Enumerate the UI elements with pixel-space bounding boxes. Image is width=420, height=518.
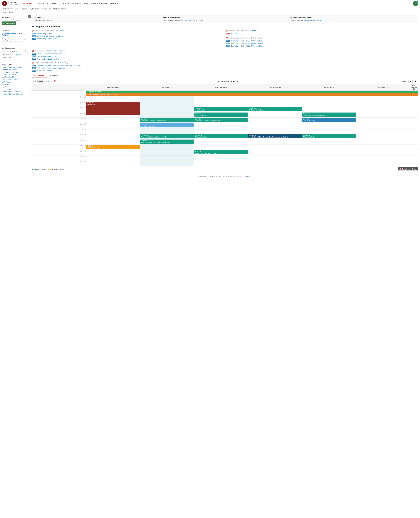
link-eflo-help[interactable]: E.Flo Help [2,83,28,85]
student-affairs-cal-link-0[interactable]: Board Game Club of WSU SPK Game Night [231,40,263,42]
today-button[interactable]: Today [400,80,407,83]
short-web-page-link[interactable]: short web page [181,20,192,22]
assessment-link-2[interactable]: 511 Mastery Exam 3 Review [37,38,58,40]
assessment-link-1[interactable]: Week 56 Weekly Knowledge Check [37,35,63,37]
nav-logbook[interactable]: LOGBOOK [36,2,44,5]
cal-next-button[interactable]: ► [414,80,418,83]
link-check-email[interactable]: Check Email [2,88,28,90]
link-eflo-apps[interactable]: E.Flo Apps [2,81,28,83]
event-face-parotid-lab[interactable]: 02:10 PMFace, Parotid Gland, and Superfi… [140,140,194,143]
view-week-button[interactable]: Week [38,80,45,83]
assessment-link-0[interactable]: 512 Mastery Exam 1 [37,33,52,35]
nav-my-cohort[interactable]: MY COHORT [47,2,57,5]
sidebar-toggle[interactable]: « [28,15,31,18]
event-nutrition-assessment[interactable]: 04:10 PMNutrition Assessment and Evaluat… [194,150,248,154]
welcome-title: Hi there. [35,17,160,19]
event-difficulty-swallowing-1[interactable]: 01:10 PMDifficulty Swallowing [194,134,248,138]
event-scholarly-project[interactable]: Scholarly Project Worktime - Fall Term (… [86,93,418,96]
medtech-more-link[interactable]: [more...] [252,30,258,32]
curriculum-link-2[interactable]: Neuroanatomy Lab Recording [37,58,59,60]
student-affairs-more-link[interactable]: [more...] [62,62,68,64]
subnav-start-assessment[interactable]: Start Assessment [15,8,27,10]
tab-my-agenda[interactable]: My Agenda [47,73,60,78]
cell-fri-1400 [302,139,356,145]
subnav-my-messages[interactable]: My Messages [41,8,51,10]
event-stroke[interactable]: 08:10 AMStroke and Stroke Outcomes [248,107,302,111]
link-library-resources[interactable]: Library Resources Guide [2,71,28,73]
search-communities-input[interactable] [3,51,25,52]
link-health-wellness[interactable]: Health and Wellness Services [2,93,28,95]
student-affairs-link-1[interactable]: N95 masks in the Student Affairs Office [37,67,65,69]
nav-courses[interactable]: COURSES & COMPONENTS [60,2,81,5]
event-mastery-exam[interactable]: 07:45 AMMastery Exam [86,102,140,115]
help-link[interactable]: E.Flo MD (Staging) Help & Feedback [2,32,28,36]
cell-mon-1600 [86,150,140,156]
cell-tue-0600 [140,96,194,101]
add-bookmark-button[interactable]: ⊞ Add Bookmark [2,22,16,25]
event-func-neuro-1[interactable]: 10:10 AMFunctional Neuroanatomy and Circ… [140,118,194,122]
cell-sun-1800 [410,161,418,166]
link-student-affairs-handbook[interactable]: Student Affairs Handbook [2,91,28,93]
welcome-banner: Hi there. E.Flo has been updated! Want t… [32,15,418,23]
subnav-cbme-dashboard[interactable]: CBME Dashboard [53,8,66,10]
event-face-parotid-1[interactable]: 01:10 PMFace, Parotid Gland, and Superfi… [140,134,194,138]
cell-thu-0800: 08:10 AMStroke and Stroke Outcomes [248,107,302,112]
date-badge-red: 08/16 [226,33,230,34]
event-interviewing-adolescent[interactable]: 01:10 PMInterviewing and Other Considera… [248,134,302,138]
tab-my-calendar[interactable]: My Calendar [32,73,47,78]
link-report-mistreatment[interactable]: Report Mistreatment [2,69,28,71]
event-difficulty-swallowing-3[interactable]: 03:10 PMDifficulty Swallowing [86,145,140,149]
cal-prev-button[interactable]: ◄ [408,80,412,83]
subnav-my-meetings[interactable]: My Meetings [30,8,39,10]
event-chronic-headache[interactable]: 09:10 AMChronic Headache [194,113,248,117]
sidebar-bookmarks: My Bookmarks You can bookmark this page … [0,15,30,26]
event-weekly-knowledge-check[interactable]: Weekly Knowledge Check [86,91,418,93]
cell-fri-1600 [302,150,356,156]
event-difficulty-swallowing-2[interactable]: 01:10 PMDifficulty Swallowing [302,134,356,138]
time-label-0900: 09:00 AM [32,112,86,118]
nav-dashboard[interactable]: DASHBOARD [23,2,33,5]
community-career-advising[interactable]: Career Advising Program [2,54,28,56]
privacy-policy-link[interactable]: Privacy Policy [242,175,251,177]
curriculum-link-0[interactable]: Week of 1/10 - Curriculum Format [37,53,62,55]
student-affairs-cal-link-2[interactable]: Board Game Club of WSU SPK Game Night [231,45,263,47]
view-day-button[interactable]: Day [32,80,38,83]
subscribe-calendar-button[interactable]: 📅 Subscribe to Calendar [398,167,418,171]
community-student-affairs[interactable]: Student Affairs [2,56,28,58]
event-cns-neoplasms[interactable]: 09:10 AMCentral Nervous System Neoplasms [302,113,356,117]
link-student-feedback[interactable]: Student Feedback Channel [2,67,28,68]
main-content: Hi there. E.Flo has been updated! Want t… [30,14,420,180]
user-avatar[interactable]: 👤 5 [413,1,418,6]
nav-search[interactable]: SEARCH ▾ [110,2,118,5]
flag-icon [87,102,88,103]
time-header [32,84,86,91]
search-communities-field[interactable]: 🔍 [2,50,28,53]
student-affairs-link-0[interactable]: Timeline for Student Leadership Opportun… [37,65,81,67]
link-you-said-we-did[interactable]: You Said, We Did [2,76,28,78]
calendar-grid-view-button[interactable]: 📅 [52,80,57,83]
link-mywsu[interactable]: MyWSU [2,86,28,88]
flag-icon [141,140,142,141]
cell-fri-1200 [302,128,356,134]
link-day-in-life[interactable]: "Day in the Life" Videos [2,79,28,81]
student-affairs-cal-link-1[interactable]: Board Game Club of WSU SPK Game Night [231,43,263,45]
student-affairs-cal-more-link[interactable]: [more...] [255,37,262,39]
email-link[interactable]: medicine.tech@wsu.edu [303,20,321,22]
time-label-1200: 12:00 PM [32,128,86,134]
event-neuro-ophthalmology[interactable]: 10:10 AMNeuro-ophthalmology [302,118,356,122]
time-row-1500: 03:00 PM 03:10 PMDifficulty Swallowing [32,145,418,150]
announcements-top-grid: 📢 Assessment Announcements 2024 [more...… [32,30,418,48]
assessment-more-link[interactable]: [more...] [60,30,66,32]
subnav-log-encounter[interactable]: Log Encounter [2,8,13,10]
student-affairs-item-1: 01/07 N95 masks in the Student Affairs O… [32,67,418,69]
nav-events[interactable]: EVENTS & OPPORTUNITIES ▾ [84,2,107,5]
student-affairs-link-2[interactable]: Make Good Choices [37,70,52,72]
link-guide-remote-work[interactable]: Guide to Remote Work [2,74,28,76]
event-acute-headache[interactable]: 08:10 AMAcute Headache [194,107,248,111]
medtech-link-0[interactable]: First Post [231,33,238,35]
event-func-neuro-2[interactable]: 10:10 AMFunctional Neuroanatomy and Circ… [194,118,248,122]
curriculum-link-1[interactable]: CBL is Virtual Week of 1/10 [37,55,57,57]
curriculum-more-link[interactable]: [more...] [59,50,65,52]
event-office-hours[interactable]: 11:10 AMDr. Prince | Office Hours [140,123,194,127]
view-month-button[interactable]: Month [44,80,52,83]
